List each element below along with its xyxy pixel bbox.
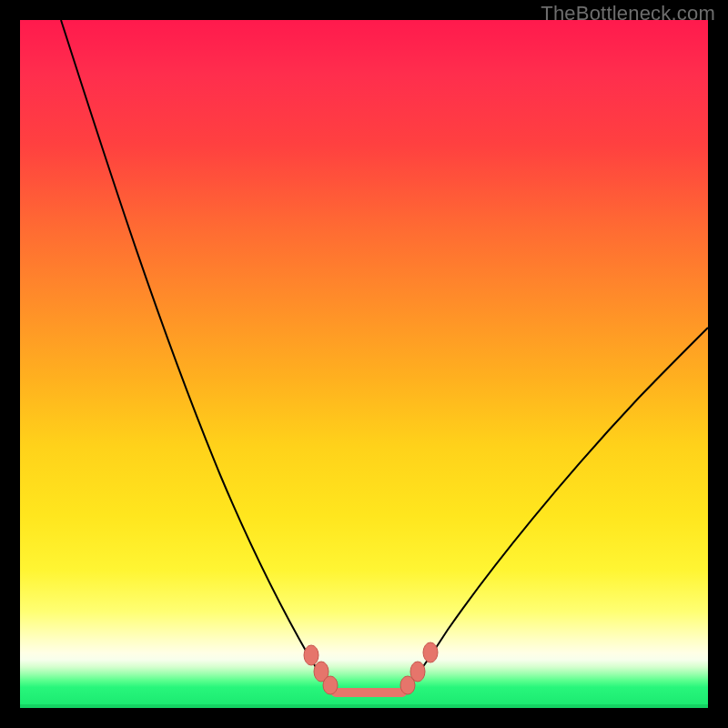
marker-left-lower <box>323 676 338 694</box>
watermark-label: TheBottleneck.com <box>541 2 715 25</box>
marker-right-mid <box>410 662 425 682</box>
marker-left-upper <box>304 645 318 665</box>
marker-right-upper <box>423 642 438 662</box>
chart-frame: TheBottleneck.com <box>0 0 728 728</box>
curve-left-branch <box>61 20 331 690</box>
chart-svg <box>20 20 708 708</box>
curve-right-branch <box>406 328 708 690</box>
